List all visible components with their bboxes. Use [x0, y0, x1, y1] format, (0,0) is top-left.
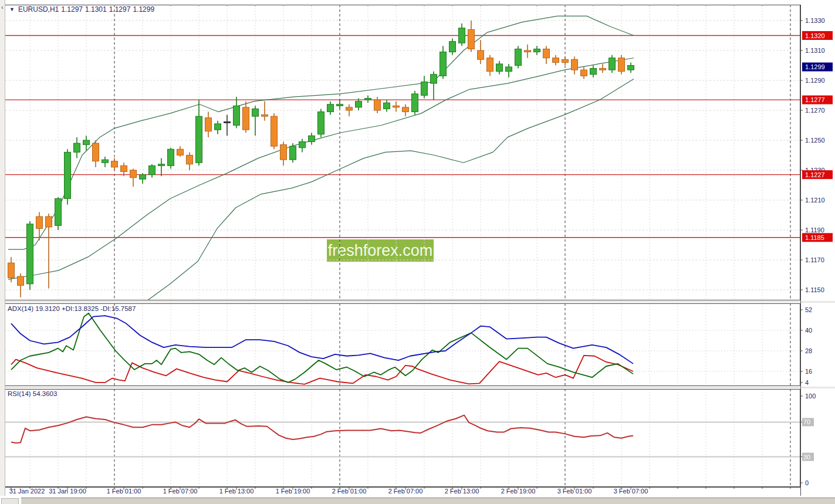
quote-high: 1.1301	[85, 5, 107, 13]
time-axis-label[interactable]: 2 Feb 19:00	[501, 488, 536, 495]
candle-body	[215, 124, 221, 130]
candle-body	[515, 49, 522, 65]
candle-body	[46, 217, 52, 227]
candle-body	[609, 58, 616, 70]
candle-body	[553, 58, 559, 63]
time-axis-label[interactable]: 2 Feb 13:00	[445, 488, 479, 495]
adx-axis-label: 4	[805, 379, 809, 386]
candle-body	[487, 58, 493, 72]
candle-body	[525, 50, 531, 52]
candle-body	[374, 100, 381, 110]
quote-open: 1.1297	[61, 5, 83, 13]
candle-body	[506, 67, 512, 72]
horizontal-scrollbar[interactable]	[0, 496, 835, 504]
candle-body	[196, 116, 202, 163]
scrollbar-left-button[interactable]	[1, 498, 19, 504]
candle-body	[187, 155, 193, 164]
candle-body	[403, 107, 409, 112]
panel-splitter[interactable]	[0, 301, 835, 303]
candle-body	[534, 49, 540, 52]
rsi-level-badge: 70	[803, 418, 810, 425]
candle-body	[600, 69, 606, 70]
time-axis-label[interactable]: 31 Jan 19:00	[49, 488, 86, 495]
candle-body	[27, 224, 33, 284]
candle-body	[252, 109, 259, 116]
time-axis-label[interactable]: 1 Feb 07:00	[163, 488, 198, 495]
candle-body	[158, 164, 165, 166]
candle-body	[36, 217, 43, 228]
candle-body	[83, 140, 90, 145]
time-axis-label[interactable]: 1 Feb 13:00	[219, 488, 254, 495]
candle-body	[543, 49, 550, 57]
candle-body	[590, 69, 597, 75]
symbol-dropdown-icon[interactable]: ▼	[9, 6, 15, 12]
candle-body	[8, 263, 15, 278]
rsi-indicator-label: RSI(14) 54.3603	[8, 390, 57, 397]
candle-body	[421, 82, 428, 96]
candle-body	[111, 161, 118, 167]
price-axis-label: 1.1190	[805, 226, 824, 234]
candle-body	[205, 118, 212, 131]
quote-header: ▼EURUSD,H11.12971.13011.12971.1299	[9, 5, 157, 13]
candle-body	[431, 75, 437, 83]
candle-body	[459, 28, 465, 43]
candle-body	[140, 175, 146, 180]
panel-splitter[interactable]	[0, 387, 835, 388]
adx-axis-label: 52	[805, 306, 812, 313]
candle-body	[337, 104, 343, 106]
candle-body	[234, 106, 240, 125]
candle-body	[290, 146, 296, 160]
candle-body	[55, 198, 62, 225]
time-axis-label[interactable]: 3 Feb 01:00	[557, 488, 592, 495]
candle-body	[121, 165, 127, 171]
candle-body	[384, 103, 390, 109]
candle-body	[365, 99, 371, 100]
candle-body	[327, 104, 334, 112]
candle-body	[18, 276, 24, 285]
adx-axis-label: 40	[805, 327, 812, 334]
price-axis-label: 1.1290	[805, 77, 825, 84]
time-axis-label[interactable]: 1 Feb 01:00	[107, 488, 141, 495]
scrollbar-thumb[interactable]	[21, 498, 835, 504]
candle-body	[412, 94, 418, 112]
candle-body	[177, 149, 184, 155]
candle-body	[130, 170, 137, 178]
current-price-badge: 1.1299	[805, 63, 825, 70]
candle-body	[468, 29, 475, 49]
candle-body	[243, 107, 249, 130]
candle-body	[393, 106, 400, 107]
candle-body	[309, 136, 315, 141]
time-axis-label[interactable]: 2 Feb 07:00	[388, 488, 423, 495]
time-axis-label[interactable]: 2 Feb 01:00	[332, 488, 367, 495]
watermark-text: freshforex.com	[328, 242, 433, 259]
candle-body	[356, 102, 362, 107]
quote-low: 1.1297	[109, 5, 131, 13]
candle-body	[572, 59, 578, 70]
price-axis-label: 1.1330	[805, 17, 825, 24]
quote-close: 1.1299	[133, 5, 154, 13]
collapse-panel-button[interactable]: ‹	[0, 4, 5, 12]
rsi-plot[interactable]	[5, 389, 800, 487]
candle-body	[346, 107, 353, 110]
red-level-badge: 1.1277	[805, 96, 825, 103]
candle-body	[440, 52, 447, 76]
red-level-badge: 1.1320	[805, 32, 825, 39]
candle-body	[628, 66, 634, 70]
price-axis-label: 1.1310	[805, 47, 825, 54]
candle-body	[224, 121, 231, 123]
candle-body	[262, 115, 268, 117]
candle-body	[74, 143, 80, 152]
candle-body	[149, 165, 155, 174]
time-axis-label[interactable]: 1 Feb 19:00	[276, 488, 310, 495]
left-edge-strip: ‹	[0, 0, 5, 496]
candle-body	[93, 143, 99, 161]
price-axis-label: 1.1170	[805, 256, 824, 263]
time-axis-label[interactable]: 31 Jan 2022	[9, 488, 45, 495]
rsi-axis-label: 100	[805, 393, 816, 400]
time-axis-label[interactable]: 3 Feb 07:00	[614, 488, 648, 495]
red-level-badge: 1.1185	[805, 234, 824, 241]
price-axis-label: 1.1210	[805, 197, 825, 204]
price-axis-label: 1.1250	[805, 137, 825, 144]
chart-canvas[interactable]: freshforex.com1.13301.13101.12901.12701.…	[0, 0, 835, 504]
candle-body	[280, 145, 287, 160]
